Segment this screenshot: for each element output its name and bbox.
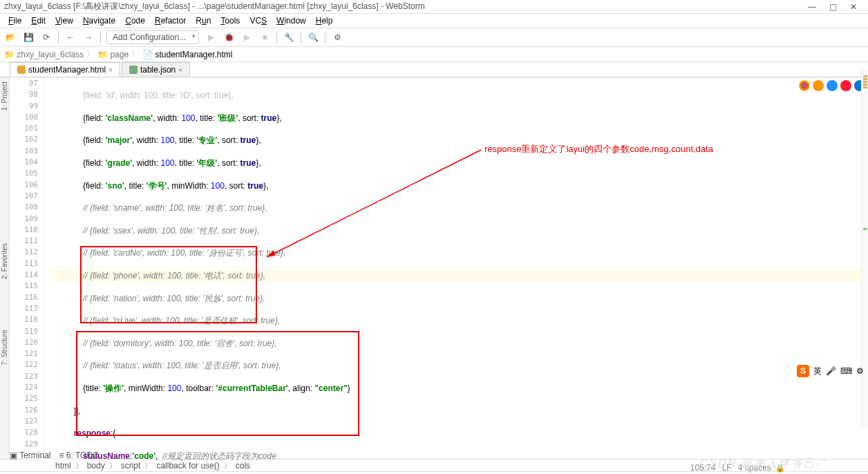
nav-bar: 📁 zhxy_layui_6class 〉 📁 page 〉 📄 student… xyxy=(0,47,868,62)
close-tab-icon[interactable]: × xyxy=(108,66,113,74)
terminal-tab[interactable]: ▣ Terminal xyxy=(10,451,50,460)
maximize-button[interactable]: ▢ xyxy=(822,2,843,12)
coverage-icon: ▶ xyxy=(240,31,253,44)
settings-icon[interactable]: ⚙ xyxy=(331,31,343,44)
safari-icon[interactable] xyxy=(827,80,838,91)
menu-tools[interactable]: Tools xyxy=(216,15,244,27)
menu-vcs[interactable]: VCS xyxy=(245,15,271,27)
project-tool[interactable]: 1: Project xyxy=(0,77,9,115)
ime-settings-icon[interactable]: ⚙ xyxy=(856,366,864,376)
annotation-text: response重新定义了layui的四个参数code,msg,count,da… xyxy=(484,144,713,155)
close-button[interactable]: ✕ xyxy=(843,2,864,12)
html-file-icon xyxy=(17,66,26,74)
nav-file[interactable]: 📄 studentManager.html xyxy=(142,50,232,59)
watermark: CSDN @害人终害己₍ᵔ xyxy=(700,457,827,471)
menu-help[interactable]: Help xyxy=(312,15,337,27)
ime-mic-icon[interactable]: 🎤 xyxy=(826,366,836,376)
bottom-tool-tabs: ▣ Terminal ≡ 6: TODO xyxy=(10,451,99,460)
chrome-icon[interactable] xyxy=(799,80,810,91)
toolbar: 📂 💾 ⟳ ← → Add Configuration... ▶ 🐞 ▶ ■ 🔧… xyxy=(0,28,868,47)
editor-tabs: studentManager.html× table.json× xyxy=(0,62,868,77)
menu-window[interactable]: Window xyxy=(272,15,310,27)
nav-root[interactable]: 📁 zhxy_layui_6class xyxy=(4,50,84,59)
menu-refactor[interactable]: Refactor xyxy=(151,15,190,27)
left-sidebar: 1: Project 2: Favorites 7: Structure xyxy=(0,77,10,459)
close-tab-icon[interactable]: × xyxy=(178,66,182,74)
ime-keyboard-icon[interactable]: ⌨ xyxy=(840,366,852,376)
debug-icon: 🐞 xyxy=(223,31,235,44)
fold-column[interactable] xyxy=(44,77,53,459)
firefox-icon[interactable] xyxy=(813,80,824,91)
browser-icons xyxy=(799,80,865,91)
ime-toolbar[interactable]: S 英 🎤 ⌨ ⚙ xyxy=(797,365,864,377)
code-editor[interactable]: {field: 'id', width: 100, title: 'ID', s… xyxy=(53,77,868,459)
todo-tab[interactable]: ≡ 6: TODO xyxy=(59,451,99,460)
stop-icon: ■ xyxy=(258,31,271,44)
menu-edit[interactable]: Edit xyxy=(27,15,50,27)
window-title: zhxy_layui_6class [F:\高校讲课\zhxy_layui_6c… xyxy=(4,1,425,12)
save-icon[interactable]: 💾 xyxy=(22,31,35,44)
favorites-tool[interactable]: 2: Favorites xyxy=(0,239,9,283)
nav-folder[interactable]: 📁 page xyxy=(97,50,129,59)
menu-file[interactable]: File xyxy=(4,15,26,27)
back-icon[interactable]: ← xyxy=(64,31,77,44)
menu-navigate[interactable]: Navigate xyxy=(79,15,120,27)
add-configuration-dropdown[interactable]: Add Configuration... xyxy=(106,30,199,44)
open-icon[interactable]: 📂 xyxy=(4,31,17,44)
search-icon[interactable]: 🔍 xyxy=(307,31,319,44)
sync-icon[interactable]: ⟳ xyxy=(40,31,53,44)
tool-icon[interactable]: 🔧 xyxy=(283,31,295,44)
run-icon: ▶ xyxy=(205,31,217,44)
menu-bar: File Edit View Navigate Code Refactor Ru… xyxy=(0,14,868,28)
menu-view[interactable]: View xyxy=(51,15,77,27)
menu-code[interactable]: Code xyxy=(121,15,149,27)
tab-studentmanager[interactable]: studentManager.html× xyxy=(10,62,120,77)
line-gutter: 9798991001011021031041051061071081091101… xyxy=(10,77,44,459)
minimize-button[interactable]: — xyxy=(802,2,822,12)
forward-icon[interactable]: → xyxy=(82,31,95,44)
ime-sogou-icon[interactable]: S xyxy=(797,365,809,377)
menu-run[interactable]: Run xyxy=(191,15,215,27)
json-file-icon xyxy=(129,66,138,74)
structure-tool[interactable]: 7: Structure xyxy=(0,325,9,370)
opera-icon[interactable] xyxy=(840,80,851,91)
title-bar: zhxy_layui_6class [F:\高校讲课\zhxy_layui_6c… xyxy=(0,0,868,14)
tab-tablejson[interactable]: table.json× xyxy=(122,62,190,77)
